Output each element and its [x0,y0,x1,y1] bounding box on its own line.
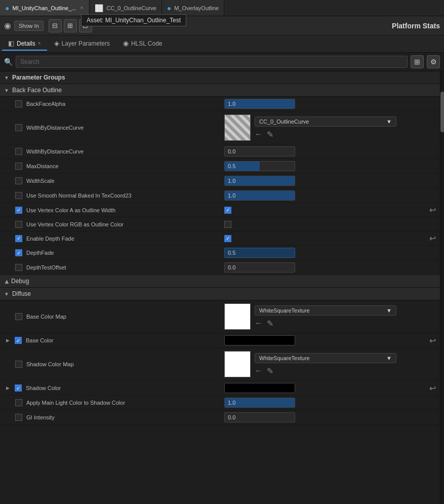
basecolor-reset-btn[interactable]: ↩ [429,336,436,345]
widthbydistancecurve-checkbox[interactable] [15,148,22,155]
details-tab-close[interactable]: × [38,41,41,46]
widthscale-value[interactable]: 1.0 [224,176,295,186]
basecolor-expander[interactable]: ▶ [6,338,10,343]
maxdistance-value[interactable]: 0.5 [224,161,295,171]
tab-hlsl-code[interactable]: ◉ HLSL Code [117,37,169,51]
widthbydistancecurve-tex-label: WidthByDistanceCurve [26,125,84,131]
applymainlight-label: Apply Main Light Color to Shadow Color [26,400,125,406]
giintensity-value[interactable]: 0.0 [224,412,295,422]
shadowcolormap-dropdown[interactable]: WhiteSquareTexture ▼ [255,353,396,363]
widthbydistancecurve-edit-btn[interactable]: ✎ [267,130,273,139]
scrollbar-thumb[interactable] [440,92,444,132]
table-row: ▶ Base Color ↩ [0,333,440,348]
applymainlight-checkbox[interactable] [15,399,22,406]
table-row: Enable Depth Fade ↩ [0,231,440,246]
back-face-chevron: ▼ [4,88,9,93]
diffuse-chevron: ▼ [4,291,9,297]
basecolormap-dropdown[interactable]: WhiteSquareTexture ▼ [255,305,396,316]
table-row: ▶ Shadow Color ↩ [0,381,440,396]
vertexcolora-value-checkbox[interactable] [224,207,231,214]
tab-overlay-outline[interactable]: ● M_OverlayOutline [162,0,225,16]
content-area: ▼ Parameter Groups ▼ Back Face Outline B… [0,71,444,504]
depthfade-value[interactable]: 0.5 [224,248,295,258]
gear-icon: ⚙ [430,58,437,66]
shadowcolormap-label: Shadow Color Map [26,361,74,367]
basecolormap-browse-btn[interactable]: ← [255,319,263,328]
shadowcolormap-browse-btn[interactable]: ← [255,366,263,376]
giintensity-checkbox[interactable] [15,414,22,421]
shadowcolormap-dropdown-chevron: ▼ [386,355,392,361]
sub-tab-bar: ◧ Details × ◈ Layer Parameters ◉ HLSL Co… [0,35,444,53]
table-row: Apply Main Light Color to Shadow Color 1… [0,396,440,410]
tab-material-instance[interactable]: ● MI_UnityChan_Outline_... × [0,0,90,16]
tab-bar: ● MI_UnityChan_Outline_... × ⬜ CC_0_Outl… [0,0,444,16]
basecolor-swatch[interactable] [224,335,295,345]
depthfade-checkbox[interactable] [15,249,22,256]
tab-layer-label: Layer Parameters [62,40,110,47]
vertexcolora-reset-btn[interactable]: ↩ [429,205,436,215]
basecolormap-checkbox[interactable] [15,313,22,320]
backfacealpha-checkbox[interactable] [15,100,22,107]
platform-stats-label: Platform Stats [392,22,440,30]
depthtestoffset-value[interactable]: 0.0 [224,262,295,273]
show-in-button[interactable]: Show In [14,21,44,31]
tab-label-2: CC_0_OutlineCurve [106,5,156,11]
enabledepthfade-value-checkbox[interactable] [224,235,231,242]
giintensity-label: GI Intensity [26,414,55,420]
enabledepthfade-checkbox[interactable] [15,235,22,242]
tab-close-1[interactable]: × [79,5,84,11]
shadowcolormap-edit-btn[interactable]: ✎ [267,366,273,376]
table-row: WidthByDistanceCurve CC_0_OutlineCurve ▼… [0,111,440,144]
shadowcolor-checkbox[interactable] [15,384,22,392]
parameter-groups-header[interactable]: ▼ Parameter Groups [0,71,440,84]
view-settings-button[interactable]: ⚙ [427,55,440,68]
search-input[interactable] [16,56,408,68]
depthtestoffset-checkbox[interactable] [15,264,22,271]
view-grid-button[interactable]: ⊞ [411,55,424,68]
layer-icon: ◈ [54,40,59,47]
basecolormap-preview [224,303,251,330]
debug-section-header[interactable]: ▶ Debug [0,275,440,288]
tab-layer-params[interactable]: ◈ Layer Parameters [48,37,116,51]
vertexcolorrgb-value-checkbox[interactable] [224,221,231,228]
widthscale-checkbox[interactable] [15,177,22,184]
widthbydistancecurve-tex-dropdown[interactable]: CC_0_OutlineCurve ▼ [255,117,396,127]
shadowcolor-swatch[interactable] [224,383,295,393]
search-icon: 🔍 [4,58,13,66]
asset-tooltip: Asset: MI_UnityChan_Outline_Test [81,14,186,26]
vertexcolorrgb-label: Use Vertex Color RGB as Outline Color [26,221,124,227]
widthbydistancecurve-tex-checkbox[interactable] [15,124,22,131]
shadowcolormap-checkbox[interactable] [15,361,22,368]
widthbydistancecurve-browse-btn[interactable]: ← [255,130,263,139]
basecolor-label: Base Color [26,337,53,343]
tab-outline-curve[interactable]: ⬜ CC_0_OutlineCurve [90,0,162,16]
search-bar: 🔍 ⊞ ⚙ [0,53,444,71]
show-in-icon: ◉ [4,21,11,30]
toolbar-icon-btn-2[interactable]: ⊞ [64,19,77,32]
widthbydistancecurve-value[interactable]: 0.0 [224,146,295,157]
shadowcolor-reset-btn[interactable]: ↩ [429,383,436,393]
back-face-outline-header[interactable]: ▼ Back Face Outline [0,84,440,97]
maxdistance-checkbox[interactable] [15,163,22,170]
widthbydistancecurve-tex-preview [224,114,251,141]
shadowcolor-expander[interactable]: ▶ [6,385,10,391]
toolbar-icon-btn-1[interactable]: ⊟ [49,19,62,32]
tab-details[interactable]: ◧ Details × [2,37,47,51]
basecolormap-edit-btn[interactable]: ✎ [267,319,273,328]
maxdistance-label: MaxDistance [26,163,59,169]
scrollbar-track[interactable] [440,71,444,504]
backfacealpha-value[interactable]: 1.0 [224,99,295,109]
basecolor-checkbox[interactable] [15,337,22,344]
enabledepthfade-reset-btn[interactable]: ↩ [429,234,436,243]
vertexcolora-checkbox[interactable] [15,207,22,214]
tab-label-3: M_OverlayOutline [174,5,219,11]
widthscale-label: WidthScale [26,178,55,184]
applymainlight-value[interactable]: 1.0 [224,398,295,408]
shadowcolormap-tex-name: WhiteSquareTexture [259,355,310,361]
main-panel[interactable]: ▼ Parameter Groups ▼ Back Face Outline B… [0,71,440,504]
smoothnormal-checkbox[interactable] [15,192,22,199]
vertexcolorrgb-checkbox[interactable] [15,221,22,228]
table-row: BackFaceAlpha 1.0 [0,97,440,111]
smoothnormal-value[interactable]: 1.0 [224,190,295,201]
diffuse-section-header[interactable]: ▼ Diffuse [0,288,440,300]
